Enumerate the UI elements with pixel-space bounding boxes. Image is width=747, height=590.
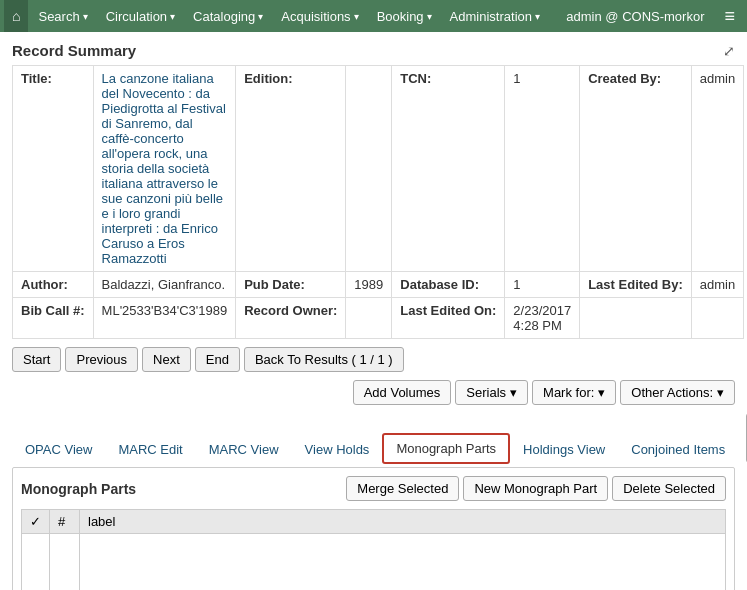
nav-administration-label: Administration bbox=[450, 9, 532, 24]
tab-view-holds[interactable]: View Holds bbox=[292, 435, 383, 463]
record-summary-title: Record Summary bbox=[12, 42, 136, 59]
record-navigation: Start Previous Next End Back To Results … bbox=[12, 347, 735, 372]
record-summary-table: Title: La canzone italiana del Novecento… bbox=[12, 65, 744, 339]
nav-circulation[interactable]: Circulation ▾ bbox=[98, 0, 183, 32]
tab-marc-view[interactable]: MARC View bbox=[196, 435, 292, 463]
monograph-parts-header: Monograph Parts Merge Selected New Monog… bbox=[21, 476, 726, 501]
nav-circulation-label: Circulation bbox=[106, 9, 167, 24]
title-value: La canzone italiana del Novecento : da P… bbox=[93, 66, 236, 272]
home-button[interactable]: ⌂ bbox=[4, 0, 28, 32]
nav-search-label: Search bbox=[38, 9, 79, 24]
database-id-label: Database ID: bbox=[392, 272, 505, 298]
nav-cataloging-caret: ▾ bbox=[258, 11, 263, 22]
last-edited-on-label: Last Edited On: bbox=[392, 298, 505, 339]
record-summary-header: Record Summary ⤢ bbox=[12, 42, 735, 59]
nav-administration[interactable]: Administration ▾ bbox=[442, 0, 548, 32]
mark-for-button[interactable]: Mark for: ▾ bbox=[532, 380, 616, 405]
delete-selected-button[interactable]: Delete Selected bbox=[612, 476, 726, 501]
nav-cataloging-label: Cataloging bbox=[193, 9, 255, 24]
database-id-value: 1 bbox=[505, 272, 580, 298]
edition-label: Edition: bbox=[236, 66, 346, 272]
other-actions-caret: ▾ bbox=[717, 385, 724, 400]
mark-for-caret: ▾ bbox=[598, 385, 605, 400]
serials-button[interactable]: Serials ▾ bbox=[455, 380, 528, 405]
author-label: Author: bbox=[13, 272, 94, 298]
mark-for-label: Mark for: bbox=[543, 385, 594, 400]
nav-acquisitions[interactable]: Acquisitions ▾ bbox=[273, 0, 366, 32]
edition-value bbox=[346, 66, 392, 272]
col-header-check: ✓ bbox=[22, 510, 50, 534]
previous-button[interactable]: Previous bbox=[65, 347, 138, 372]
title-label: Title: bbox=[13, 66, 94, 272]
nav-booking-caret: ▾ bbox=[427, 11, 432, 22]
tab-holdings-view[interactable]: Holdings View bbox=[510, 435, 618, 463]
pub-date-label: Pub Date: bbox=[236, 272, 346, 298]
pub-date-value: 1989 bbox=[346, 272, 392, 298]
nav-user: admin @ CONS-morkor bbox=[558, 5, 712, 28]
main-content: Record Summary ⤢ Title: La canzone itali… bbox=[0, 32, 747, 590]
tab-monograph-parts[interactable]: Monograph Parts bbox=[382, 433, 510, 464]
tab-marc-edit[interactable]: MARC Edit bbox=[105, 435, 195, 463]
bib-call-value: ML'2533'B34'C3'1989 bbox=[93, 298, 236, 339]
empty-row-num bbox=[50, 534, 80, 591]
title-link[interactable]: La canzone italiana del Novecento : da P… bbox=[102, 71, 226, 266]
top-navigation: ⌂ Search ▾ Circulation ▾ Cataloging ▾ Ac… bbox=[0, 0, 747, 32]
other-actions-button[interactable]: Other Actions: ▾ bbox=[620, 380, 735, 405]
home-icon: ⌂ bbox=[12, 8, 20, 24]
new-monograph-part-button[interactable]: New Monograph Part bbox=[463, 476, 608, 501]
nav-cataloging[interactable]: Cataloging ▾ bbox=[185, 0, 271, 32]
empty-row-label bbox=[80, 534, 726, 591]
merge-selected-button[interactable]: Merge Selected bbox=[346, 476, 459, 501]
monograph-parts-table: ✓ # label bbox=[21, 509, 726, 590]
last-edited-on-value: 2/23/2017 4:28 PM bbox=[505, 298, 580, 339]
col-header-label: label bbox=[80, 510, 726, 534]
created-by-value: admin bbox=[691, 66, 743, 272]
author-value: Baldazzi, Gianfranco. bbox=[93, 272, 236, 298]
add-volumes-button[interactable]: Add Volumes bbox=[353, 380, 452, 405]
tab-conjoined-items[interactable]: Conjoined Items bbox=[618, 435, 738, 463]
nav-acquisitions-caret: ▾ bbox=[354, 11, 359, 22]
record-owner-label: Record Owner: bbox=[236, 298, 346, 339]
parts-table-body bbox=[22, 534, 726, 591]
nav-menu-button[interactable]: ≡ bbox=[716, 2, 743, 31]
nav-search[interactable]: Search ▾ bbox=[30, 0, 95, 32]
action-buttons-row: Add Volumes Serials ▾ Mark for: ▾ Other … bbox=[12, 380, 735, 405]
next-button[interactable]: Next bbox=[142, 347, 191, 372]
tab-opac-view[interactable]: OPAC View bbox=[12, 435, 105, 463]
bib-call-label: Bib Call #: bbox=[13, 298, 94, 339]
record-owner-value bbox=[346, 298, 392, 339]
serials-caret: ▾ bbox=[510, 385, 517, 400]
back-to-results-button[interactable]: Back To Results ( 1 / 1 ) bbox=[244, 347, 404, 372]
tabs-bar: OPAC View MARC Edit MARC View View Holds… bbox=[12, 433, 738, 463]
start-button[interactable]: Start bbox=[12, 347, 61, 372]
tcn-label: TCN: bbox=[392, 66, 505, 272]
nav-search-caret: ▾ bbox=[83, 11, 88, 22]
monograph-parts-section: Monograph Parts Merge Selected New Monog… bbox=[12, 467, 735, 590]
nav-administration-caret: ▾ bbox=[535, 11, 540, 22]
other-actions-label: Other Actions: bbox=[631, 385, 713, 400]
end-button[interactable]: End bbox=[195, 347, 240, 372]
nav-circulation-caret: ▾ bbox=[170, 11, 175, 22]
expand-icon[interactable]: ⤢ bbox=[723, 43, 735, 59]
created-by-label: Created By: bbox=[580, 66, 692, 272]
empty-row-check bbox=[22, 534, 50, 591]
monograph-action-buttons: Merge Selected New Monograph Part Delete… bbox=[346, 476, 726, 501]
last-edited-by-label: Last Edited By: bbox=[580, 272, 692, 298]
col-header-num: # bbox=[50, 510, 80, 534]
tcn-value: 1 bbox=[505, 66, 580, 272]
serials-label: Serials bbox=[466, 385, 506, 400]
nav-acquisitions-label: Acquisitions bbox=[281, 9, 350, 24]
nav-booking-label: Booking bbox=[377, 9, 424, 24]
monograph-parts-title: Monograph Parts bbox=[21, 481, 136, 497]
nav-booking[interactable]: Booking ▾ bbox=[369, 0, 440, 32]
last-edited-by-value: admin bbox=[691, 272, 743, 298]
